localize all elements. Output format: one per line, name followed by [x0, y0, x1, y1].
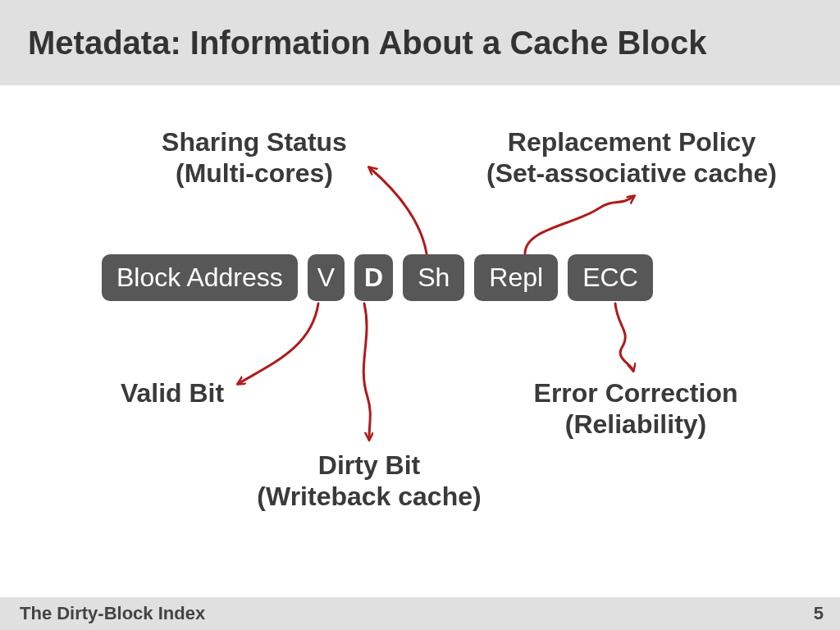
field-dirty-bit: D — [354, 254, 393, 301]
field-dirty-bit-label: D — [364, 262, 383, 292]
annotation-dirty-bit: Dirty Bit (Writeback cache) — [238, 450, 500, 513]
cache-field-row: Block Address V D Sh Repl ECC — [102, 254, 653, 301]
field-valid-bit: V — [308, 254, 345, 301]
arrow-ecc-to-error-correction — [615, 304, 633, 371]
footer-bar: The Dirty-Block Index 5 — [0, 597, 840, 630]
field-ecc: ECC — [568, 254, 653, 301]
annotation-line: Dirty Bit — [238, 450, 500, 481]
page-title: Metadata: Information About a Cache Bloc… — [28, 25, 707, 62]
field-sharing: Sh — [403, 254, 464, 301]
annotation-line: (Reliability) — [500, 409, 771, 440]
slide: Metadata: Information About a Cache Bloc… — [0, 0, 840, 630]
arrow-d-to-dirty — [363, 304, 370, 440]
annotation-line: (Set-associative cache) — [459, 158, 804, 189]
content-area: Sharing Status (Multi-cores) Replacement… — [0, 85, 840, 597]
annotation-valid-bit: Valid Bit — [90, 377, 254, 409]
footer-page-number: 5 — [814, 603, 824, 624]
annotation-error-correction: Error Correction (Reliability) — [500, 377, 771, 441]
annotation-sharing-status: Sharing Status (Multi-cores) — [123, 126, 386, 189]
annotation-line: Sharing Status — [123, 126, 386, 158]
annotation-line: (Writeback cache) — [238, 481, 500, 512]
arrow-repl-to-replacement — [525, 196, 634, 253]
annotation-line: (Multi-cores) — [123, 158, 386, 189]
annotation-line: Valid Bit — [90, 377, 254, 409]
footer-title: The Dirty-Block Index — [20, 603, 205, 624]
annotation-line: Error Correction — [500, 377, 771, 409]
annotation-line: Replacement Policy — [459, 126, 804, 158]
title-bar: Metadata: Information About a Cache Bloc… — [0, 0, 840, 85]
field-block-address: Block Address — [102, 254, 298, 301]
field-replacement: Repl — [474, 254, 558, 301]
annotation-replacement-policy: Replacement Policy (Set-associative cach… — [459, 126, 804, 189]
arrow-v-to-valid — [238, 304, 318, 384]
